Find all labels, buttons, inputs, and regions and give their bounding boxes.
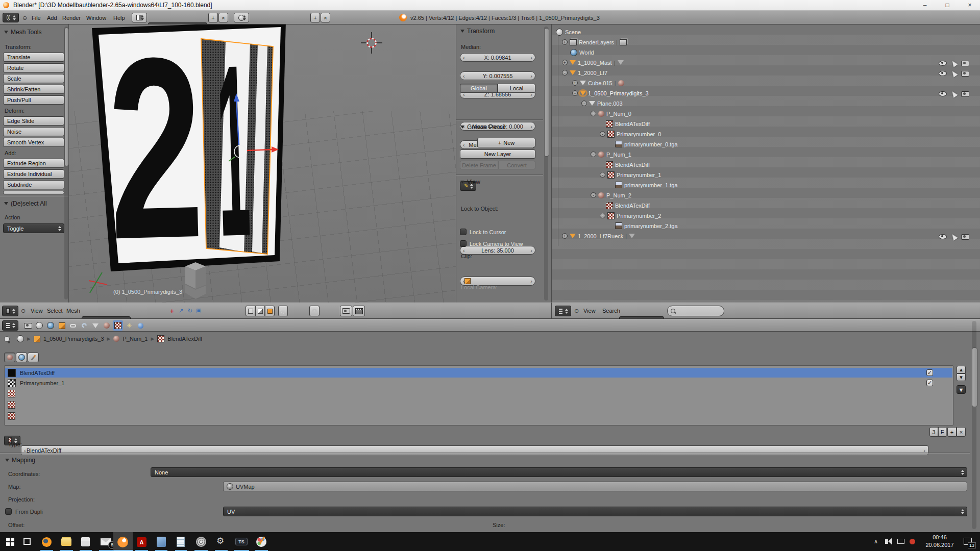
unlink-texture-button[interactable]: × [957, 427, 966, 437]
slot-move-down-button[interactable]: ▾ [957, 373, 966, 381]
render-icon[interactable] [961, 71, 969, 77]
grease-pencil-panel-header[interactable]: Grease Pencil [460, 123, 505, 131]
convert-button[interactable]: Convert [498, 161, 535, 169]
deselect-all-panel-header[interactable]: (De)select All [4, 200, 47, 207]
texture-slot[interactable]: Primarynumber_1 ✓ [5, 378, 952, 388]
close-button[interactable]: × [960, 0, 980, 10]
delete-layout-button[interactable]: × [218, 13, 228, 22]
texture-type-select[interactable]: None [151, 467, 967, 477]
delete-frame-button[interactable]: Delete Frame [460, 161, 498, 169]
expand-icon[interactable]: - [600, 213, 605, 218]
add-scene-button[interactable]: + [310, 13, 320, 22]
outliner-row-primarynumber-0[interactable]: -Primarynumber_0 [600, 129, 661, 139]
breadcrumb-material[interactable]: P_Num_1 [122, 336, 148, 342]
expand-icon[interactable]: - [600, 172, 605, 178]
lock-camera-checkbox[interactable] [460, 240, 467, 247]
tab-constraints[interactable] [68, 320, 78, 331]
outliner-row-primarynumber-0-tga[interactable]: primarynumber_0.tga [615, 139, 678, 149]
expand-icon[interactable]: - [562, 70, 568, 76]
from-dupli-checkbox[interactable] [5, 508, 12, 515]
outliner-row-world[interactable]: World [570, 47, 594, 57]
hide-icon[interactable] [939, 71, 947, 76]
hide-icon[interactable] [939, 234, 947, 239]
outliner-row-primarynumber-1[interactable]: -Primarynumber_1 [600, 170, 661, 180]
outliner-row-scene[interactable]: Scene [556, 27, 581, 37]
outliner-row-primarynumber-1-tga[interactable]: primarynumber_1.tga [615, 180, 678, 190]
properties-scrollbar[interactable] [972, 321, 976, 529]
outliner-row-cube-015[interactable]: +Cube.015| [572, 78, 624, 88]
outliner-row-primarynumber-2[interactable]: -Primarynumber_2 [600, 211, 661, 220]
slot-specials-menu-button[interactable]: ▼ [957, 385, 966, 394]
taskbar-notepad-icon[interactable] [177, 537, 185, 547]
coordinates-select[interactable]: UV [223, 507, 967, 516]
selectable-icon[interactable] [950, 69, 958, 78]
tab-particles[interactable]: ✳ [124, 320, 134, 331]
outliner-row-renderlayers[interactable]: +RenderLayers| [562, 37, 627, 47]
rotate-button[interactable]: Rotate [3, 63, 64, 72]
brush-textures-button[interactable] [28, 353, 39, 362]
maximize-button[interactable]: □ [937, 0, 958, 10]
texture-name-field[interactable]: BlendATexDiff [21, 445, 928, 455]
median-x-field[interactable]: X: 0.09841 [460, 53, 535, 62]
extrude-region-button[interactable]: Extrude Region [3, 159, 64, 168]
hide-icon[interactable] [939, 91, 947, 96]
scene-icon-button[interactable] [234, 13, 249, 22]
tray-clock-time[interactable]: 00:46 [922, 534, 958, 540]
shrink-fatten-button[interactable]: Shrink/Fatten [3, 85, 64, 94]
users-count-button[interactable]: 3 [929, 427, 938, 437]
breadcrumb-texture[interactable]: BlendATexDiff [167, 336, 202, 342]
opengl-render-anim-button[interactable] [353, 306, 365, 316]
taskbar-adobe-icon[interactable]: A [137, 537, 146, 547]
mapping-panel-header[interactable]: Mapping [5, 457, 35, 464]
scrollbar-thumb[interactable] [64, 28, 69, 166]
tab-world[interactable] [45, 320, 56, 331]
taskbar-app-icon[interactable] [157, 537, 166, 547]
expand-icon[interactable]: + [562, 39, 568, 45]
editor-type-button[interactable]: i [3, 13, 19, 22]
selectable-icon[interactable] [950, 59, 958, 67]
noise-button[interactable]: Noise [3, 127, 64, 136]
vertex-select-button[interactable] [246, 306, 255, 316]
outliner-row-blendatexdiff-1[interactable]: BlendATexDiff [606, 160, 650, 169]
digits-object[interactable]: 2 1 [82, 24, 296, 283]
scrollbar-thumb[interactable] [544, 28, 549, 157]
hide-icon[interactable] [939, 61, 947, 66]
use-texture-checkbox[interactable]: ✓ [926, 369, 933, 376]
n-panel-scrollbar[interactable] [544, 27, 548, 300]
tab-data[interactable] [90, 320, 101, 331]
start-button[interactable] [6, 538, 14, 546]
mesh-tools-panel-header[interactable]: Mesh Tools [4, 29, 41, 36]
use-texture-checkbox[interactable]: ✓ [926, 380, 933, 386]
expand-icon[interactable]: + [562, 60, 568, 65]
outliner-row-plane-003[interactable]: -Plane.003 [581, 98, 623, 108]
outliner-row-p-num-0[interactable]: -P_Num_0 [591, 109, 631, 118]
add-layout-button[interactable]: + [208, 13, 218, 22]
outliner-row-1-2000-lf7[interactable]: -1_2000_Lf7 [562, 68, 607, 78]
action-select[interactable]: Toggle [3, 223, 64, 233]
expand-icon[interactable]: - [581, 101, 587, 106]
texture-slot-empty[interactable] [8, 390, 15, 397]
tab-texture-active[interactable] [113, 320, 123, 331]
local-toggle[interactable]: Local [498, 84, 535, 93]
tray-clock-date[interactable]: 20.06.2017 [922, 542, 958, 548]
occlude-geometry-button[interactable] [278, 306, 288, 316]
menu-mesh[interactable]: Mesh [64, 308, 82, 314]
outliner-row-1-1000-mast[interactable]: +1_1000_Mast| [562, 58, 624, 67]
edge-slide-button[interactable]: Edge Slide [3, 116, 64, 126]
tray-network-icon[interactable] [897, 539, 904, 544]
grease-pencil-new-button[interactable]: +New [477, 138, 535, 147]
snap-toggle-button[interactable] [309, 306, 320, 316]
world-textures-button[interactable] [16, 353, 27, 362]
task-view-button[interactable] [23, 538, 31, 545]
transform-panel-header[interactable]: Transform [460, 28, 495, 35]
taskbar-speaker-app-icon[interactable] [196, 537, 206, 547]
expand-icon[interactable]: - [572, 90, 578, 96]
outliner-row-primarynumber-2-tga[interactable]: primarynumber_2.tga [615, 221, 678, 231]
manipulator-scale-icon[interactable]: ▣ [196, 307, 201, 314]
pin-icon[interactable] [4, 336, 10, 342]
menu-render[interactable]: Render [60, 15, 83, 21]
small-cube-object[interactable] [180, 258, 211, 303]
texture-slot-empty[interactable] [8, 401, 15, 409]
expand-icon[interactable]: - [600, 131, 605, 137]
tab-scene[interactable] [34, 320, 44, 331]
